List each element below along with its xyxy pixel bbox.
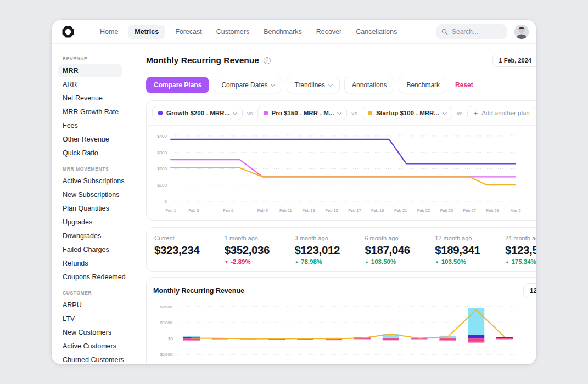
info-icon[interactable]: i bbox=[264, 57, 271, 64]
sidebar-item-ltv[interactable]: LTV bbox=[58, 312, 122, 325]
stat-value: $189,341 bbox=[435, 244, 505, 257]
plan-select-pro[interactable]: Pro $150 - MRR - M... bbox=[257, 106, 348, 120]
sidebar-item-coupons-redeemed[interactable]: Coupons Redeemed bbox=[58, 270, 122, 284]
sidebar-section-customer: Customer bbox=[63, 290, 139, 296]
nav-item-recover[interactable]: Recover bbox=[312, 25, 346, 39]
sidebar-item-active-subscriptions[interactable]: Active Subscriptions bbox=[58, 174, 122, 188]
trend-arrow-icon bbox=[505, 259, 509, 264]
reset-button[interactable]: Reset bbox=[452, 81, 477, 89]
nav-item-metrics[interactable]: Metrics bbox=[128, 25, 165, 39]
compare-plans-button[interactable]: Compare Plans bbox=[146, 77, 209, 93]
svg-text:Mar 2: Mar 2 bbox=[510, 208, 520, 213]
sidebar-item-other-revenue[interactable]: Other Revenue bbox=[58, 133, 122, 146]
stat-value: $187,046 bbox=[365, 244, 435, 257]
add-plan-label: Add another plan bbox=[481, 110, 530, 116]
sidebar-item-churned-customers[interactable]: Churned Customers bbox=[58, 353, 122, 364]
svg-text:$400: $400 bbox=[157, 134, 167, 139]
chevron-down-icon bbox=[271, 82, 275, 86]
svg-text:Feb 11: Feb 11 bbox=[279, 208, 292, 213]
svg-text:Feb 3: Feb 3 bbox=[188, 208, 199, 213]
nav-item-benchmarks[interactable]: Benchmarks bbox=[259, 25, 306, 39]
chevron-down-icon bbox=[233, 110, 237, 114]
plan-label: Startup $100 - MRR... bbox=[376, 110, 439, 116]
chevron-down-icon bbox=[443, 110, 447, 114]
chevron-down-icon bbox=[337, 110, 341, 114]
stat-delta: 78.98% bbox=[295, 258, 365, 265]
mrr-comparison-card: Growth $200 - MRR... vs Pro $150 - MRR -… bbox=[146, 100, 536, 221]
user-avatar[interactable] bbox=[514, 25, 529, 39]
sidebar-item-plan-quantities[interactable]: Plan Quantities bbox=[58, 202, 122, 215]
plan-color-dot bbox=[264, 111, 268, 115]
vs-label: vs bbox=[247, 110, 253, 116]
range-label: 12 months bbox=[530, 287, 536, 295]
sidebar-item-upgrades[interactable]: Upgrades bbox=[58, 216, 122, 229]
trend-arrow-icon bbox=[435, 259, 439, 264]
search-icon bbox=[441, 29, 448, 35]
compare-dates-label: Compare Dates bbox=[221, 81, 267, 89]
sidebar-item-new-customers[interactable]: New Customers bbox=[58, 326, 122, 339]
stat-delta: 103.50% bbox=[365, 258, 435, 265]
vs-label: vs bbox=[457, 110, 463, 116]
stat-delta: 103.50% bbox=[435, 258, 505, 265]
compare-dates-button[interactable]: Compare Dates bbox=[214, 77, 282, 93]
svg-text:-$100K: -$100K bbox=[159, 352, 173, 357]
stat-value: $123,521 bbox=[505, 244, 536, 257]
nav-item-forecast[interactable]: Forecast bbox=[171, 25, 206, 39]
sidebar-item-active-customers[interactable]: Active Customers bbox=[58, 340, 122, 353]
trendlines-label: Trendlines bbox=[294, 81, 325, 89]
svg-text:Feb 23: Feb 23 bbox=[417, 208, 430, 213]
plan-select-startup[interactable]: Startup $100 - MRR... bbox=[362, 106, 452, 120]
sidebar-item-net-revenue[interactable]: Net Revenue bbox=[58, 92, 122, 105]
benchmark-button[interactable]: Benchmark bbox=[399, 77, 447, 93]
stat-delta: 175.34% bbox=[505, 258, 536, 265]
sidebar-item-mrr[interactable]: MRR bbox=[58, 64, 122, 77]
section-title: Monthly Recurring Revenue bbox=[153, 287, 244, 295]
nav-item-home[interactable]: Home bbox=[96, 25, 122, 39]
svg-text:$100: $100 bbox=[157, 183, 167, 188]
sidebar-item-arr[interactable]: ARR bbox=[58, 78, 122, 91]
nav-item-cancellations[interactable]: Cancellations bbox=[351, 25, 401, 39]
annotations-button[interactable]: Annotations bbox=[344, 77, 394, 93]
mrr-line-chart: $400$300$200$1000Feb 1Feb 3Feb 6Feb 9Feb… bbox=[151, 128, 522, 216]
svg-text:$0: $0 bbox=[168, 336, 173, 341]
sidebar-item-mrr-growth-rate[interactable]: MRR Growth Rate bbox=[58, 105, 122, 118]
svg-text:Feb 13: Feb 13 bbox=[303, 208, 315, 213]
date-start[interactable]: 1 Feb, 2024 bbox=[499, 57, 531, 64]
sidebar-section-revenue: Revenue bbox=[63, 56, 139, 61]
svg-text:0: 0 bbox=[165, 199, 167, 204]
plan-label: Growth $200 - MRR... bbox=[166, 110, 229, 116]
svg-text:Feb 25: Feb 25 bbox=[440, 208, 453, 213]
date-range-picker[interactable]: 1 Feb, 2024 – 1 Mar, 2024 bbox=[492, 54, 536, 67]
sidebar-item-downgrades[interactable]: Downgrades bbox=[58, 229, 122, 242]
trend-arrow-icon bbox=[365, 259, 368, 264]
metrics-sidebar: Revenue MRR ARR Net Revenue MRR Growth R… bbox=[52, 44, 139, 364]
sidebar-item-quick-ratio[interactable]: Quick Ratio bbox=[58, 146, 122, 160]
add-another-plan-button[interactable]: + Add another plan bbox=[467, 106, 536, 120]
sidebar-item-failed-charges[interactable]: Failed Charges bbox=[58, 243, 122, 256]
svg-text:$100K: $100K bbox=[160, 320, 173, 325]
plan-select-growth[interactable]: Growth $200 - MRR... bbox=[152, 106, 243, 120]
mrr-bar-chart: $200K$100K$0-$100K bbox=[153, 299, 524, 364]
stat-current: Current $323,234 bbox=[154, 235, 225, 265]
top-navigation-bar: Home Metrics Forecast Customers Benchmar… bbox=[52, 20, 536, 44]
search-input[interactable] bbox=[452, 28, 501, 36]
nav-item-customers[interactable]: Customers bbox=[212, 25, 254, 39]
range-dropdown[interactable]: 12 months bbox=[523, 283, 536, 298]
stat-label: 6 month ago bbox=[365, 235, 435, 241]
sidebar-item-fees[interactable]: Fees bbox=[58, 119, 122, 132]
svg-text:Feb 27: Feb 27 bbox=[463, 208, 476, 213]
svg-text:Feb 15: Feb 15 bbox=[325, 208, 338, 213]
plan-color-dot bbox=[368, 111, 372, 115]
trend-arrow-icon bbox=[225, 259, 228, 264]
sidebar-item-refunds[interactable]: Refunds bbox=[58, 257, 122, 270]
svg-text:Feb 9: Feb 9 bbox=[257, 208, 268, 213]
search-box[interactable] bbox=[436, 24, 507, 39]
stat-6-month-ago: 6 month ago $187,046 103.50% bbox=[365, 235, 435, 265]
sidebar-item-new-subscriptions[interactable]: New Subscriptions bbox=[58, 188, 122, 201]
page-title: Monthly Recurring Revenue bbox=[146, 55, 259, 65]
trendlines-button[interactable]: Trendlines bbox=[287, 77, 340, 93]
plan-selector-row: Growth $200 - MRR... vs Pro $150 - MRR -… bbox=[147, 101, 536, 126]
plan-label: Pro $150 - MRR - M... bbox=[272, 110, 334, 116]
app-logo-icon[interactable] bbox=[61, 25, 75, 38]
sidebar-item-arpu[interactable]: ARPU bbox=[58, 298, 122, 312]
